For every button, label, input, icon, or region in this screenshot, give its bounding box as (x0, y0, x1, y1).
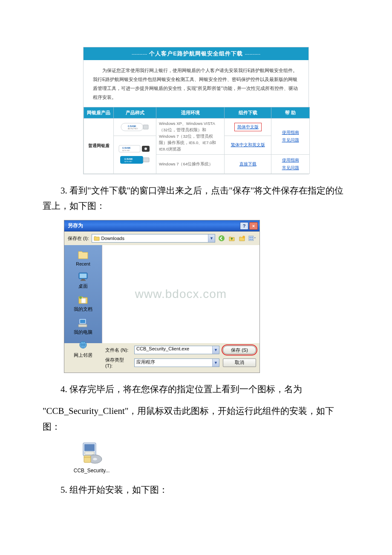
svg-rect-1 (143, 125, 148, 129)
filetype-combo[interactable]: 应用程序 ▼ (134, 358, 219, 367)
download-table: 网银盾产品 产品样式 适用环境 组件下载 帮 助 普通网银盾 (84, 107, 310, 174)
link-faq-1[interactable]: 常见问题 (282, 137, 299, 144)
link-faq-2[interactable]: 常见问题 (282, 165, 299, 171)
network-icon (77, 340, 89, 352)
up-folder-icon[interactable] (228, 234, 236, 242)
svg-point-8 (144, 147, 147, 150)
chevron-down-icon: ▼ (208, 234, 215, 242)
svg-rect-19 (251, 239, 253, 240)
download-banner: ---------- 个人客户E路护航网银安全组件下载 ---------- (84, 47, 308, 60)
th-help: 帮 助 (271, 107, 310, 118)
svg-rect-21 (80, 274, 86, 278)
save-as-dialog: 另存为 ? × 保存在 (I): Downloads ▼ (64, 220, 260, 373)
cell-help-2: 使用指南 常见问题 (271, 154, 310, 173)
svg-rect-10 (143, 158, 149, 162)
savein-combo[interactable]: Downloads ▼ (92, 234, 216, 243)
svg-point-24 (79, 296, 82, 299)
file-list-area[interactable]: www.bdocx.com (102, 245, 259, 343)
svg-text:建行电子银行: 建行电子银行 (124, 161, 132, 162)
step-3-text: 3. 看到"文件下载"的窗口弹出来之后，点击"保存"将文件保存在指定的位置上，如… (43, 183, 349, 214)
help-button[interactable]: ? (240, 222, 248, 230)
cell-help-1: 使用指南 常见问题 (271, 118, 310, 154)
new-folder-icon[interactable] (238, 234, 246, 242)
svg-text:建行电子银行: 建行电子银行 (127, 127, 138, 130)
download-page-screenshot: ---------- 个人客户E路护航网银安全组件下载 ---------- 为… (83, 47, 309, 174)
svg-rect-23 (81, 280, 86, 281)
place-mydocs[interactable]: 我的文档 (74, 294, 92, 312)
mycomputer-icon (77, 317, 89, 329)
svg-rect-27 (78, 324, 87, 327)
cell-style-1: G BANK 建行电子银行 (114, 118, 156, 136)
svg-text:G BANK: G BANK (124, 158, 133, 160)
filename-input[interactable]: CCB_Security_Client.exe ▼ (134, 346, 219, 354)
svg-point-13 (219, 235, 225, 241)
svg-rect-31 (85, 452, 94, 454)
filetype-label: 保存类型 (T): (105, 357, 131, 368)
cell-dl-2: 直接下载 (225, 154, 271, 173)
step-4-text-b: "CCB_Security_Client"，用鼠标双击此图标，开始运行此组件的安… (43, 403, 349, 435)
view-menu-icon[interactable] (248, 234, 256, 242)
step-4-text-a: 4. 保存完毕后，将在您保存的指定位置上看到一个图标，名为 (43, 382, 349, 397)
cell-dl-1a: 简体中文版 (225, 118, 271, 136)
svg-text:建行电子银行: 建行电子银行 (122, 150, 130, 151)
svg-rect-26 (80, 320, 85, 323)
mydocs-icon (77, 294, 89, 306)
svg-rect-16 (250, 237, 251, 238)
cell-env-2: Windows 7（64位操作系统） (156, 154, 225, 173)
usb-key-white-icon: G BANK 建行电子银行 (120, 121, 150, 133)
svg-rect-15 (249, 236, 254, 241)
save-button[interactable]: 保存 (S) (223, 346, 256, 354)
dialog-bottom: 文件名 (N): CCB_Security_Client.exe ▼ 保存 (S… (64, 343, 259, 373)
dialog-title: 另存为 (68, 222, 83, 229)
svg-rect-34 (84, 456, 91, 462)
svg-point-33 (93, 458, 97, 460)
place-mycomputer[interactable]: 我的电脑 (74, 317, 92, 335)
savein-value: Downloads (101, 236, 124, 241)
installer-icon-block: CCB_Security... (64, 440, 119, 474)
th-style: 产品样式 (114, 107, 156, 118)
installer-label: CCB_Security... (64, 468, 119, 474)
dialog-toolbar: 保存在 (I): Downloads ▼ (64, 231, 259, 245)
usb-key-blue-icon: G BANK 建行电子银行 (119, 155, 151, 165)
download-banner-title: 个人客户E路护航网银安全组件下载 (149, 50, 243, 57)
th-dl: 组件下载 (225, 107, 271, 118)
svg-rect-22 (81, 279, 85, 280)
place-network[interactable]: 网上邻居 (74, 340, 92, 358)
svg-text:G BANK: G BANK (122, 147, 131, 149)
desktop-icon (77, 271, 89, 283)
chevron-down-icon: ▼ (212, 359, 219, 367)
link-guide-2[interactable]: 使用指南 (282, 157, 299, 164)
usb-key-cap-icon: G BANK 建行电子银行 (118, 144, 152, 153)
place-desktop[interactable]: 桌面 (77, 271, 89, 289)
folder-icon (94, 236, 100, 241)
svg-text:G BANK: G BANK (128, 125, 136, 127)
watermark: www.bdocx.com (102, 245, 259, 343)
download-description: 为保证您正常使用我行网上银行，使用网银盾的个人客户请先安装我行E路护航网银安全组… (84, 60, 308, 107)
svg-rect-30 (84, 444, 95, 451)
filename-label: 文件名 (N): (105, 347, 131, 353)
th-env: 适用环境 (156, 107, 225, 118)
cell-dl-1b: 繁体中文和英文版 (225, 136, 271, 154)
cancel-button[interactable]: 取消 (223, 358, 256, 367)
savein-label: 保存在 (I): (68, 235, 89, 242)
cell-env-1: Windows XP、Windows VISTA（32位，管理员权限）和Wind… (156, 118, 225, 154)
chevron-down-icon: ▼ (212, 346, 219, 354)
link-guide-1[interactable]: 使用指南 (282, 129, 299, 136)
link-trad-en[interactable]: 繁体中文和英文版 (231, 142, 265, 148)
places-bar: Recent 桌面 我的文档 (64, 245, 102, 343)
svg-rect-18 (250, 239, 251, 240)
th-product: 网银盾产品 (84, 107, 114, 118)
dialog-titlebar: 另存为 ? × (64, 220, 259, 231)
cell-style-2: G BANK 建行电子银行 G BANK 建行电子银行 (114, 136, 156, 173)
installer-icon[interactable] (80, 440, 104, 464)
step-5-text: 5. 组件开始安装，如下图： (43, 482, 349, 498)
close-button[interactable]: × (249, 222, 258, 230)
svg-point-14 (242, 236, 245, 238)
recent-icon (77, 249, 89, 260)
link-direct-download[interactable]: 直接下载 (239, 161, 257, 168)
cell-product: 普通网银盾 (84, 118, 114, 173)
back-icon[interactable] (218, 234, 225, 242)
link-simplified-cn[interactable]: 简体中文版 (234, 123, 262, 131)
svg-rect-17 (251, 237, 253, 238)
place-recent[interactable]: Recent (76, 249, 90, 266)
